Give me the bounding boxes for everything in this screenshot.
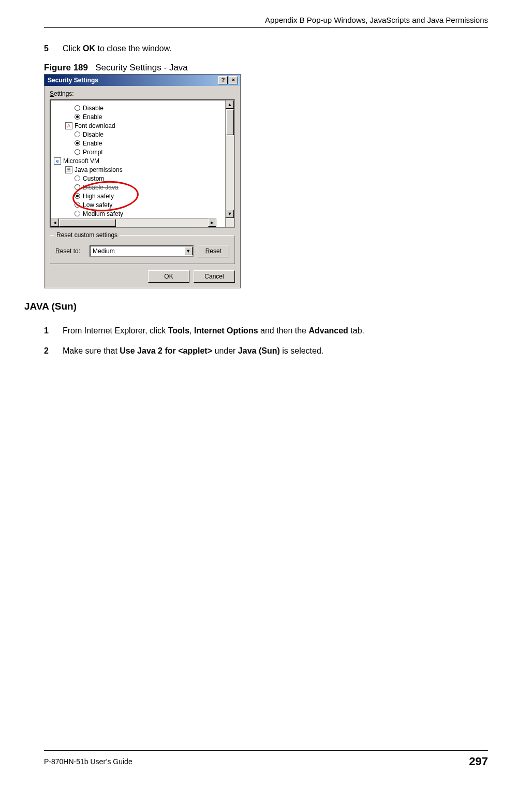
scrollbar-vertical[interactable]: ▲ ▼ — [225, 100, 234, 227]
radio-high-safety[interactable]: High safety — [54, 192, 223, 200]
group-label: Font download — [75, 122, 115, 129]
header-rule — [44, 27, 488, 28]
t: Make sure that — [63, 346, 120, 355]
step-number: 5 — [44, 42, 63, 54]
figure-label: Figure 189 — [44, 63, 88, 72]
radio-enable[interactable]: Enable — [54, 139, 223, 148]
group-microsoft-vm: Microsoft VM — [54, 156, 223, 165]
help-button[interactable]: ? — [218, 76, 228, 84]
running-header: Appendix B Pop-up Windows, JavaScripts a… — [44, 16, 488, 27]
settings-label: SSettings:ettings: — [50, 90, 235, 97]
step-2: 2 Make sure that Use Java 2 for <applet>… — [44, 345, 488, 357]
opt-label: Custom — [83, 175, 104, 182]
scroll-thumb-v[interactable] — [226, 109, 234, 135]
t-bold: Advanced — [308, 326, 348, 335]
reset-to-combo[interactable]: Medium ▼ — [90, 245, 194, 257]
group-label: Java permissions — [75, 166, 123, 173]
radio-disable-java[interactable]: Disable Java — [54, 183, 223, 192]
dialog-title: Security Settings — [47, 77, 98, 84]
scroll-left-icon[interactable]: ◄ — [51, 218, 59, 227]
step-number: 1 — [44, 325, 63, 337]
footer-page-number: 297 — [469, 755, 488, 768]
t: is selected. — [280, 346, 323, 355]
reset-button[interactable]: Reset — [198, 245, 229, 257]
radio-low-safety[interactable]: Low safety — [54, 200, 223, 209]
radio-prompt[interactable]: Prompt — [54, 148, 223, 156]
settings-listbox[interactable]: Disable Enable Font download Disable Ena… — [50, 99, 235, 228]
t-bold: Java (Sun) — [238, 346, 280, 355]
dialog-titlebar[interactable]: Security Settings ? × — [45, 75, 240, 86]
step-number: 2 — [44, 345, 63, 357]
security-settings-dialog: Security Settings ? × SSettings:ettings:… — [44, 74, 241, 288]
step-text: Click OK to close the window. — [63, 42, 488, 54]
opt-label: High safety — [83, 193, 114, 200]
t-bold: OK — [83, 44, 95, 53]
figure-title: Security Settings - Java — [95, 63, 188, 72]
step-text: From Internet Explorer, click Tools, Int… — [63, 325, 488, 337]
t: From Internet Explorer, click — [63, 326, 168, 335]
radio-disable[interactable]: Disable — [54, 130, 223, 139]
reset-to-label: Reset to: — [55, 247, 85, 255]
java-icon — [65, 166, 72, 173]
close-button[interactable]: × — [229, 76, 238, 84]
t: Click — [63, 44, 83, 53]
font-download-icon — [65, 122, 72, 129]
step-5: 5 Click OK to close the window. — [44, 42, 488, 54]
step-1: 1 From Internet Explorer, click Tools, I… — [44, 325, 488, 337]
radio-medium-safety[interactable]: Medium safety — [54, 209, 223, 218]
radio-custom[interactable]: Custom — [54, 174, 223, 183]
scroll-thumb-h[interactable] — [59, 219, 116, 227]
scrollbar-horizontal[interactable]: ◄ ► — [51, 218, 216, 227]
footer-guide-name: P-870HN-51b User’s Guide — [44, 757, 132, 766]
opt-label: Disable — [83, 131, 104, 138]
opt-label: Enable — [83, 140, 102, 147]
t: , — [189, 326, 194, 335]
scroll-up-icon[interactable]: ▲ — [226, 100, 234, 109]
opt-label: Disable Java — [83, 184, 119, 191]
section-java-sun: JAVA (Sun) — [24, 301, 488, 312]
footer-rule — [44, 750, 488, 751]
t: under — [212, 346, 238, 355]
group-java-permissions: Java permissions — [54, 165, 223, 174]
t-bold: Use Java 2 for <applet> — [120, 346, 212, 355]
microsoft-vm-icon — [54, 157, 61, 165]
radio-enable[interactable]: Enable — [54, 112, 223, 121]
t-bold: Internet Options — [194, 326, 258, 335]
opt-label: Low safety — [83, 201, 112, 209]
scroll-right-icon[interactable]: ► — [208, 218, 216, 227]
t: to close the window. — [95, 44, 172, 53]
opt-label: Enable — [83, 113, 102, 121]
t: tab. — [348, 326, 364, 335]
combo-value: Medium — [93, 247, 115, 255]
opt-label: Disable — [83, 105, 104, 112]
scroll-down-icon[interactable]: ▼ — [226, 210, 234, 218]
reset-custom-settings-group: Reset to: Medium ▼ Reset — [50, 235, 235, 264]
t-bold: Tools — [168, 326, 189, 335]
t: and then the — [258, 326, 309, 335]
step-text: Make sure that Use Java 2 for <applet> u… — [63, 345, 488, 357]
opt-label: Medium safety — [83, 210, 123, 217]
group-font-download: Font download — [54, 121, 223, 130]
opt-label: Prompt — [83, 149, 103, 156]
figure-caption: Figure 189 Security Settings - Java — [44, 63, 488, 73]
ok-button[interactable]: OK — [148, 270, 189, 283]
chevron-down-icon[interactable]: ▼ — [184, 247, 193, 255]
radio-disable[interactable]: Disable — [54, 104, 223, 112]
page-footer: P-870HN-51b User’s Guide 297 — [0, 750, 532, 768]
cancel-button[interactable]: Cancel — [194, 270, 235, 283]
group-label: Microsoft VM — [63, 157, 99, 165]
